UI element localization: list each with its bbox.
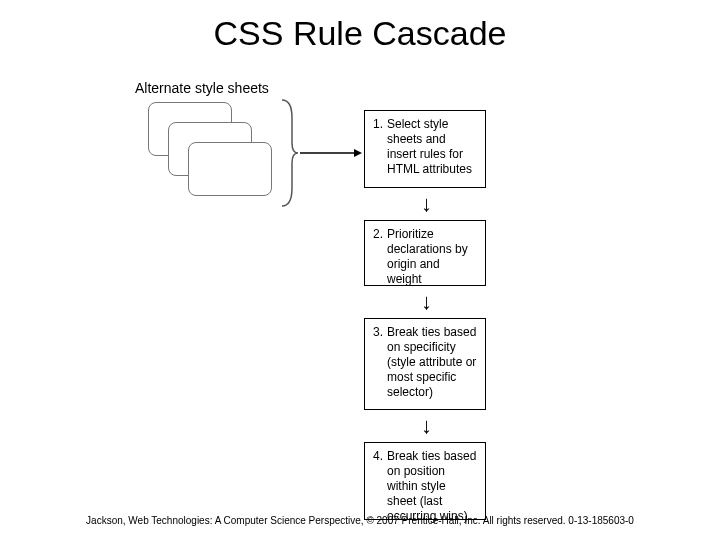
stylesheet-box-3 bbox=[188, 142, 272, 196]
step-number: 1. bbox=[373, 117, 387, 132]
svg-marker-1 bbox=[354, 149, 362, 157]
slide-footer: Jackson, Web Technologies: A Computer Sc… bbox=[0, 515, 720, 526]
arrow-down-icon: ↓ bbox=[421, 193, 432, 215]
arrow-down-icon: ↓ bbox=[421, 291, 432, 313]
step-text: Prioritize declarations by origin and we… bbox=[387, 227, 477, 287]
step-box-3: 3. Break ties based on specificity (styl… bbox=[364, 318, 486, 410]
step-box-2: 2. Prioritize declarations by origin and… bbox=[364, 220, 486, 286]
alt-stylesheets-label: Alternate style sheets bbox=[135, 80, 269, 96]
arrow-right-icon bbox=[300, 148, 362, 158]
step-text: Break ties based on position within styl… bbox=[387, 449, 477, 524]
slide-title: CSS Rule Cascade bbox=[0, 14, 720, 53]
step-box-4: 4. Break ties based on position within s… bbox=[364, 442, 486, 520]
step-number: 2. bbox=[373, 227, 387, 242]
step-text: Select style sheets and insert rules for… bbox=[387, 117, 477, 177]
arrow-down-icon: ↓ bbox=[421, 415, 432, 437]
step-box-1: 1. Select style sheets and insert rules … bbox=[364, 110, 486, 188]
brace-icon bbox=[278, 98, 300, 208]
step-number: 3. bbox=[373, 325, 387, 340]
step-number: 4. bbox=[373, 449, 387, 464]
step-text: Break ties based on specificity (style a… bbox=[387, 325, 477, 400]
